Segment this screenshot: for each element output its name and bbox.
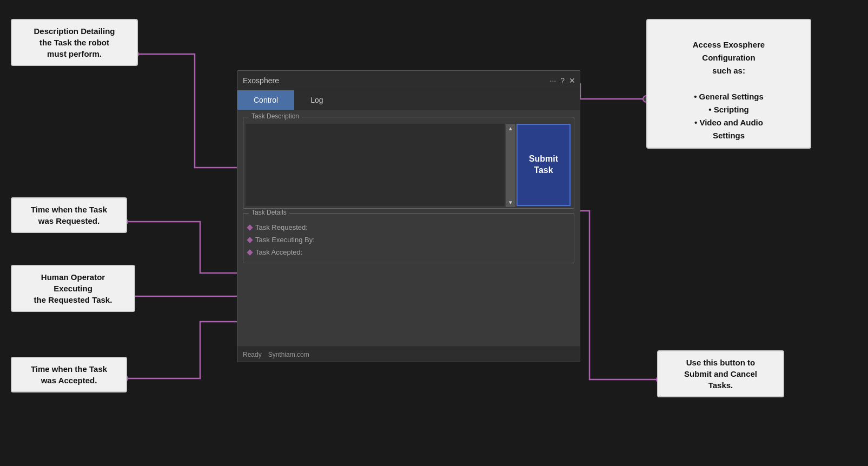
- submit-task-button[interactable]: SubmitTask: [516, 124, 571, 206]
- tab-log[interactable]: Log: [294, 90, 339, 110]
- scroll-up-arrow[interactable]: ▲: [506, 124, 515, 133]
- scroll-down-arrow[interactable]: ▼: [506, 198, 515, 207]
- status-text: Ready: [243, 351, 262, 358]
- access-config-annotation: Access Exosphere Configuration such as: …: [646, 19, 811, 149]
- window-titlebar: Exosphere ··· ? ✕: [237, 71, 580, 90]
- ellipsis-button[interactable]: ···: [550, 76, 556, 85]
- tabs-bar: Control Log: [237, 90, 580, 110]
- diamond-icon-requested: [247, 224, 253, 230]
- help-button[interactable]: ?: [560, 76, 565, 85]
- task-executing-label: Task Executing By:: [255, 236, 315, 244]
- task-description-section: Task Description ▲ ▼ SubmitTask: [243, 117, 574, 209]
- task-details-section: Task Details Task Requested: Task Execut…: [243, 213, 574, 263]
- task-description-scrollbar[interactable]: ▲ ▼: [506, 124, 515, 207]
- status-bar: Ready Synthiam.com: [237, 347, 580, 362]
- task-description-legend: Task Description: [249, 112, 302, 120]
- time-accepted-annotation: Time when the Task was Accepted.: [11, 357, 127, 392]
- time-requested-annotation: Time when the Task was Requested.: [11, 197, 127, 233]
- task-requested-label: Task Requested:: [255, 223, 308, 231]
- task-accepted-row: Task Accepted:: [248, 246, 569, 258]
- window-title: Exosphere: [243, 76, 279, 85]
- human-operator-annotation: Human Operator Executing the Requested T…: [11, 265, 135, 312]
- status-url: Synthiam.com: [268, 351, 309, 358]
- exosphere-window: Exosphere ··· ? ✕ Control Log Task Descr…: [237, 70, 580, 362]
- task-requested-row: Task Requested:: [248, 221, 569, 234]
- task-description-textarea[interactable]: [246, 124, 505, 206]
- task-details-legend: Task Details: [249, 209, 289, 216]
- tab-control[interactable]: Control: [237, 90, 294, 110]
- task-desc-content: ▲ ▼ SubmitTask: [243, 117, 574, 208]
- close-button[interactable]: ✕: [569, 76, 575, 85]
- diamond-icon-executing: [247, 237, 253, 243]
- submit-button-annotation: Use this button to Submit and Cancel Tas…: [657, 350, 784, 397]
- window-controls: ··· ? ✕: [550, 76, 575, 85]
- description-annotation: Description Detailing the Task the robot…: [11, 19, 138, 66]
- access-config-text: Access Exosphere Configuration such as: …: [693, 40, 765, 140]
- task-executing-row: Task Executing By:: [248, 234, 569, 246]
- diamond-icon-accepted: [247, 249, 253, 255]
- task-accepted-label: Task Accepted:: [255, 248, 302, 256]
